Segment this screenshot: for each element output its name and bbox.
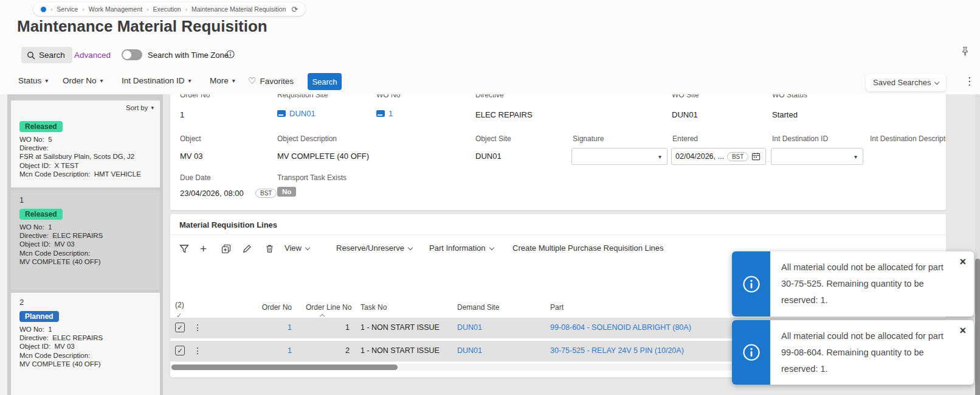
wo-list-item-selected[interactable]: 1 Released WO No: 1 Directive: ELEC REPA…	[11, 191, 160, 290]
saved-searches-dropdown[interactable]: Saved Searches	[866, 74, 946, 91]
signature-dropdown[interactable]: ▾	[571, 148, 668, 165]
cell-part[interactable]: 99-08-604 - SOLENOID ALBRIGHT (80A)	[550, 323, 691, 332]
vertical-scrollbar[interactable]	[975, 94, 980, 395]
wo-card-line: MV COMPLETE (40 OFF)	[19, 257, 160, 266]
toast-close-icon[interactable]: ×	[959, 325, 966, 336]
row-checkbox-checked[interactable]: ✓	[175, 323, 185, 332]
field-value-wo-no[interactable]: 1	[376, 109, 393, 118]
timezone-toggle-label: Search with Time Zone	[148, 51, 229, 60]
calendar-icon[interactable]	[751, 152, 761, 161]
edit-pencil-icon[interactable]	[243, 244, 252, 256]
toast-message: All material could not be allocated for …	[770, 320, 974, 385]
wo-card-line: Directive: ELEC REPAIRS	[19, 231, 160, 240]
field-value-wo-site: DUN01	[672, 110, 698, 119]
horizontal-scrollbar-thumb[interactable]	[171, 365, 398, 370]
page-header: › Service › Work Management › Execution …	[0, 0, 980, 94]
app-window: › Service › Work Management › Execution …	[0, 0, 980, 395]
apply-search-button[interactable]: Search	[308, 73, 342, 90]
column-header-order-no[interactable]: Order No	[243, 303, 292, 312]
reserve-unreserve-menu-button[interactable]: Reserve/Unreserve	[336, 243, 412, 253]
field-value-object-description: MV COMPLETE (40 OFF)	[277, 152, 369, 161]
create-multiple-purchase-requisition-lines-button[interactable]: Create Multiple Purchase Requisition Lin…	[512, 243, 664, 253]
vertical-scrollbar-thumb[interactable]	[975, 259, 980, 395]
toast-notification: All material could not be allocated for …	[732, 251, 974, 316]
wo-card-line: MV COMPLETE (40 OFF)	[19, 360, 160, 368]
wo-card-order-no: 1	[19, 195, 160, 204]
cell-demand-site[interactable]: DUN01	[457, 323, 482, 332]
field-label-requisition-site: Requisition Site	[277, 94, 328, 99]
filter-chip-int-destination-id[interactable]: Int Destination ID▾	[122, 76, 192, 85]
selection-count: (2)	[175, 301, 184, 309]
overflow-menu-button[interactable]: ⋮	[964, 75, 975, 88]
field-label-transport-task-exists: Transport Task Exists	[277, 173, 347, 182]
toast-message: All material could not be allocated for …	[770, 251, 974, 316]
favorites-button[interactable]: ♡ Favorites	[248, 75, 294, 86]
duplicate-line-icon[interactable]	[221, 244, 231, 256]
wo-card-line: Directive: ELEC REPAIRS	[19, 334, 160, 342]
divider	[170, 234, 946, 235]
part-information-menu-button[interactable]: Part Information	[429, 243, 494, 253]
add-line-icon[interactable]: +	[200, 244, 207, 253]
lines-section-title: Material Requisition Lines	[179, 220, 277, 229]
timezone-toggle[interactable]	[122, 49, 142, 60]
wo-card-line: FSR at Sailsbury Plain, Scots DG, J2	[19, 152, 160, 161]
info-circle-icon	[742, 343, 761, 362]
filter-chip-status[interactable]: Status▾	[18, 76, 48, 85]
requisition-detail-card: Order No Requisition Site WO No Directiv…	[170, 94, 946, 210]
breadcrumb-item-work-management[interactable]: Work Management	[89, 5, 143, 13]
wo-list-item[interactable]: 2 Planned WO No: 1 Directive: ELEC REPAI…	[11, 293, 160, 395]
chevron-down-icon	[408, 245, 413, 250]
chevron-down-icon	[305, 245, 310, 250]
filter-funnel-icon[interactable]	[179, 244, 189, 256]
field-label-wo-no: WO No	[376, 94, 400, 99]
toast-close-icon[interactable]: ×	[959, 256, 966, 267]
refresh-icon[interactable]: ⟳	[291, 5, 298, 14]
breadcrumb-item-service[interactable]: Service	[57, 5, 78, 13]
cell-order-no[interactable]: 1	[243, 323, 292, 332]
column-header-demand-site[interactable]: Demand Site	[457, 303, 499, 312]
cell-demand-site[interactable]: DUN01	[457, 346, 482, 355]
search-button-label: Search	[39, 51, 65, 60]
int-destination-id-dropdown[interactable]: ▾	[771, 148, 863, 165]
status-badge: Planned	[19, 311, 59, 322]
info-icon[interactable]	[226, 50, 235, 61]
chevron-down-icon	[489, 245, 494, 250]
cell-task-no: 1 - NON START ISSUE	[361, 346, 440, 355]
field-value-requisition-site[interactable]: DUN01	[277, 109, 316, 118]
advanced-link[interactable]: Advanced	[74, 51, 111, 60]
wo-card-line: WO No: 5	[19, 135, 160, 144]
row-checkbox-checked[interactable]: ✓	[175, 346, 185, 355]
toast-accent-band	[732, 251, 770, 316]
row-kebab-menu-icon[interactable]: ⋮	[193, 323, 202, 332]
delete-trash-icon[interactable]	[265, 244, 274, 256]
breadcrumb-separator: ›	[185, 6, 187, 13]
filter-chip-order-no[interactable]: Order No▾	[63, 76, 103, 85]
info-circle-icon	[742, 275, 761, 293]
row-kebab-menu-icon[interactable]: ⋮	[193, 346, 202, 355]
search-button[interactable]: Search	[21, 47, 72, 63]
breadcrumb-item-execution[interactable]: Execution	[153, 5, 181, 13]
app-dot-icon[interactable]	[41, 7, 46, 12]
cell-order-no[interactable]: 1	[243, 346, 292, 355]
breadcrumb-item-current[interactable]: Maintenance Material Requisition	[192, 5, 286, 13]
view-menu-button[interactable]: View	[285, 243, 309, 253]
field-value-object-site: DUN01	[475, 152, 502, 161]
column-header-order-line-no[interactable]: Order Line No	[306, 303, 351, 312]
caret-down-icon: ▾	[232, 77, 235, 84]
column-header-task-no[interactable]: Task No	[361, 303, 387, 312]
field-label-int-destination-description: Int Destination Descripti...	[870, 135, 946, 143]
filter-chip-more[interactable]: More▾	[210, 76, 235, 85]
field-label-order-no: Order No	[180, 94, 210, 99]
cell-order-line-no: 1	[310, 323, 350, 332]
toggle-knob	[123, 51, 131, 59]
caret-down-icon: ▾	[100, 77, 103, 84]
column-header-part[interactable]: Part	[550, 303, 564, 312]
heart-icon: ♡	[248, 75, 256, 86]
entered-datetime-field[interactable]: 02/04/2026, ... BST	[671, 148, 766, 165]
wo-list-item[interactable]: Sort by▾ Released WO No: 5 Directive: FS…	[11, 100, 160, 187]
sort-by-button[interactable]: Sort by▾	[126, 104, 154, 111]
transport-task-badge: No	[277, 187, 296, 197]
cell-part[interactable]: 30-75-525 - RELAY 24V 5 PIN (10/20A)	[550, 346, 684, 355]
status-badge: Released	[19, 121, 63, 132]
pin-icon[interactable]	[961, 46, 969, 58]
